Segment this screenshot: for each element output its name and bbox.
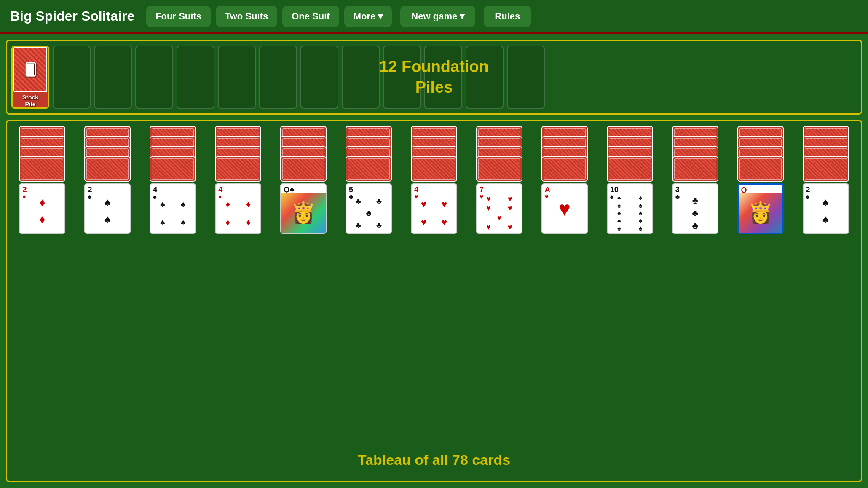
tableau-columns: 2 ♦ ♦♦ 2 ♠ ♠♠ xyxy=(11,126,857,234)
foundation-slot-10[interactable] xyxy=(424,46,462,109)
four-suits-button[interactable]: Four Suits xyxy=(146,6,211,27)
tableau-column-13: 2 ♠ ♠♠ xyxy=(795,126,857,234)
card-back[interactable] xyxy=(346,156,392,182)
card-back[interactable] xyxy=(803,156,849,182)
tableau-column-2: 2 ♠ ♠♠ xyxy=(77,126,139,234)
tableau-column-5: Q♣ 👸 xyxy=(273,126,335,234)
card-face[interactable]: 4 ♥ ♥ ♥ ♥ ♥ xyxy=(411,183,457,234)
tableau-column-10: 10 ♠ ♠♠ ♠♠ ♠♠ ♠♠ ♠♠ xyxy=(599,126,661,234)
card-back[interactable] xyxy=(215,156,261,182)
tableau-column-8: 7 ♥ ♥ ♥ ♥ ♥ ♥ ♥ ♥ xyxy=(468,126,530,234)
one-suit-button[interactable]: One Suit xyxy=(282,6,339,27)
foundation-slot-3[interactable] xyxy=(135,46,173,109)
card-face[interactable]: Q ♥ 👸 xyxy=(737,183,784,234)
game-area: 🂠 StockPile 12 FoundationPiles xyxy=(0,34,868,488)
tableau-column-1: 2 ♦ ♦♦ xyxy=(11,126,73,234)
foundation-area: 🂠 StockPile 12 FoundationPiles xyxy=(6,40,862,115)
card-back[interactable] xyxy=(150,156,196,182)
card-back[interactable] xyxy=(607,156,653,182)
card-face[interactable]: 5 ♣ ♣ ♣ ♣ ♣ ♣ xyxy=(346,183,392,234)
card-face[interactable]: 2 ♠ ♠♠ xyxy=(84,183,131,234)
stock-pile[interactable]: 🂠 StockPile xyxy=(11,46,49,109)
card-face[interactable]: 4 ♦ ♦ ♦ ♦ ♦ xyxy=(215,183,261,234)
stock-pile-pattern: 🂠 xyxy=(13,47,47,92)
card-face[interactable]: 2 ♠ ♠♠ xyxy=(803,183,849,234)
tableau-column-7: 4 ♥ ♥ ♥ ♥ ♥ xyxy=(403,126,465,234)
rules-button[interactable]: Rules xyxy=(484,6,531,27)
foundation-slot-2[interactable] xyxy=(94,46,132,109)
card-face[interactable]: A ♥ ♥ xyxy=(541,183,588,234)
card-face[interactable]: 10 ♠ ♠♠ ♠♠ ♠♠ ♠♠ ♠♠ xyxy=(607,183,653,234)
tableau-label: Tableau of all 78 cards xyxy=(358,452,510,468)
foundation-slot-8[interactable] xyxy=(342,46,380,109)
card-face[interactable]: 2 ♦ ♦♦ xyxy=(19,183,65,234)
more-button[interactable]: More ▾ xyxy=(344,6,392,27)
card-back[interactable] xyxy=(541,156,588,182)
card-face[interactable]: 3 ♣ ♣ ♣ ♣ xyxy=(672,183,718,234)
new-game-button[interactable]: New game ▾ xyxy=(400,6,475,27)
stock-pile-symbol: 🂠 xyxy=(24,63,37,77)
header: Big Spider Solitaire Four Suits Two Suit… xyxy=(0,0,868,34)
foundation-slot-9[interactable] xyxy=(383,46,421,109)
app-title: Big Spider Solitaire xyxy=(10,8,134,24)
card-face[interactable]: 7 ♥ ♥ ♥ ♥ ♥ ♥ ♥ ♥ xyxy=(476,183,522,234)
foundation-slot-7[interactable] xyxy=(300,46,338,109)
foundation-slot-11[interactable] xyxy=(466,46,504,109)
foundation-slot-6[interactable] xyxy=(259,46,297,109)
foundation-slot-5[interactable] xyxy=(218,46,256,109)
card-back[interactable] xyxy=(737,156,784,182)
foundation-slot-12[interactable] xyxy=(507,46,545,109)
card-back[interactable] xyxy=(84,156,131,182)
card-back[interactable] xyxy=(476,156,522,182)
card-face[interactable]: Q♣ 👸 xyxy=(280,183,327,234)
foundation-slot-4[interactable] xyxy=(177,46,214,109)
card-back[interactable] xyxy=(19,156,65,182)
tableau-column-4: 4 ♦ ♦ ♦ ♦ ♦ xyxy=(207,126,269,234)
tableau-area: 2 ♦ ♦♦ 2 ♠ ♠♠ xyxy=(6,120,862,482)
card-back[interactable] xyxy=(411,156,457,182)
stock-pile-label: StockPile xyxy=(22,94,38,107)
tableau-column-3: 4 ♠ ♠ ♠ ♠ ♠ xyxy=(142,126,204,234)
foundation-slot-1[interactable] xyxy=(53,46,91,109)
tableau-column-12: Q ♥ 👸 xyxy=(729,126,791,234)
tableau-column-9: A ♥ ♥ xyxy=(533,126,595,234)
tableau-column-6: 5 ♣ ♣ ♣ ♣ ♣ ♣ xyxy=(338,126,400,234)
card-face[interactable]: 4 ♠ ♠ ♠ ♠ ♠ xyxy=(150,183,196,234)
two-suits-button[interactable]: Two Suits xyxy=(216,6,277,27)
card-back[interactable] xyxy=(280,156,327,182)
card-back[interactable] xyxy=(672,156,718,182)
tableau-column-11: 3 ♣ ♣ ♣ ♣ xyxy=(664,126,726,234)
